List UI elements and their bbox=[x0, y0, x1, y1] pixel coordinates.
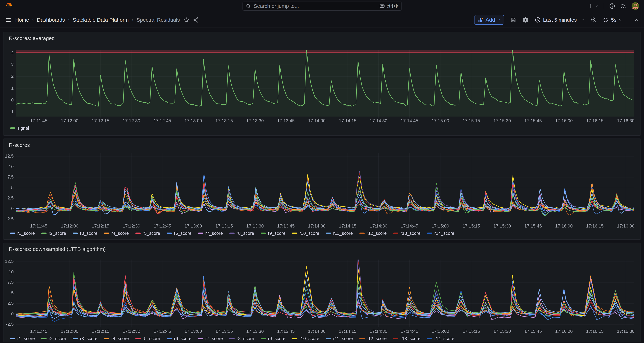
legend-series-marker bbox=[41, 232, 46, 234]
menu-toggle-button[interactable] bbox=[5, 17, 12, 23]
time-range-picker[interactable]: Last 5 minutes bbox=[535, 17, 585, 23]
legend-item-r9_score[interactable]: r9_score bbox=[261, 231, 286, 236]
legend-series-marker bbox=[73, 232, 78, 234]
legend-item-r2_score[interactable]: r2_score bbox=[41, 231, 66, 236]
breadcrumb: Home › Dashboards › Stackable Data Platf… bbox=[15, 17, 180, 23]
legend-item-r8_score[interactable]: r8_score bbox=[229, 336, 254, 341]
legend-series-label: r6_score bbox=[174, 231, 192, 236]
legend-item-r3_score[interactable]: r3_score bbox=[73, 231, 98, 236]
timeseries-chart-downsampled[interactable] bbox=[4, 243, 641, 342]
legend-item-r12_score[interactable]: r12_score bbox=[360, 231, 387, 236]
legend-item-r1_score[interactable]: r1_score bbox=[10, 336, 35, 341]
new-button[interactable] bbox=[588, 3, 598, 9]
legend-item-r11_score[interactable]: r11_score bbox=[326, 336, 353, 341]
legend-series-label: r10_score bbox=[299, 336, 319, 341]
favorite-button[interactable] bbox=[183, 17, 190, 23]
legend-item-r5_score[interactable]: r5_score bbox=[136, 231, 160, 236]
legend-item-signal[interactable]: signal bbox=[10, 126, 29, 131]
add-panel-icon bbox=[478, 17, 484, 23]
chevron-down-icon bbox=[595, 4, 598, 8]
hamburger-icon bbox=[5, 17, 12, 23]
legend-item-r9_score[interactable]: r9_score bbox=[261, 336, 286, 341]
legend-item-r14_score[interactable]: r14_score bbox=[427, 231, 454, 236]
save-dashboard-button[interactable] bbox=[510, 17, 516, 23]
legend-series-marker bbox=[261, 338, 266, 339]
timeseries-chart-averaged[interactable] bbox=[4, 32, 641, 136]
timeseries-chart-rscores[interactable] bbox=[4, 139, 641, 240]
legend-series-label: r11_score bbox=[333, 336, 353, 341]
legend-item-r12_score[interactable]: r12_score bbox=[360, 336, 387, 341]
news-button[interactable] bbox=[620, 3, 626, 9]
share-button[interactable] bbox=[193, 17, 199, 23]
panel-title[interactable]: R-scores: downsampled (LTTB algorithm) bbox=[9, 246, 106, 252]
chevron-down-icon bbox=[497, 18, 500, 22]
collapse-header-button[interactable] bbox=[634, 17, 639, 23]
legend-series-label: r7_score bbox=[205, 231, 223, 236]
top-nav: ctrl+k bbox=[0, 0, 644, 12]
search-icon bbox=[246, 4, 251, 9]
legend-item-r5_score[interactable]: r5_score bbox=[136, 336, 160, 341]
dashboard-canvas: R-scores: averaged signal R-scores r1_sc… bbox=[0, 28, 644, 343]
legend-item-r11_score[interactable]: r11_score bbox=[326, 231, 353, 236]
legend-item-r2_score[interactable]: r2_score bbox=[41, 336, 66, 341]
legend-item-r10_score[interactable]: r10_score bbox=[292, 336, 319, 341]
legend-series-label: r5_score bbox=[143, 231, 160, 236]
add-panel-button[interactable]: Add bbox=[474, 15, 504, 25]
dashboard-header: Home › Dashboards › Stackable Data Platf… bbox=[0, 12, 644, 28]
legend-series-marker bbox=[229, 232, 234, 234]
legend-item-r10_score[interactable]: r10_score bbox=[292, 231, 319, 236]
breadcrumb-dashboards[interactable]: Dashboards bbox=[37, 17, 65, 23]
legend-series-label: r7_score bbox=[205, 336, 223, 341]
legend-item-r8_score[interactable]: r8_score bbox=[229, 231, 254, 236]
legend: r1_scorer2_scorer3_scorer4_scorer5_score… bbox=[10, 336, 454, 341]
legend-item-r4_score[interactable]: r4_score bbox=[104, 231, 129, 236]
legend-series-marker bbox=[73, 338, 78, 339]
legend-item-r7_score[interactable]: r7_score bbox=[198, 336, 223, 341]
zoom-out-time-button[interactable] bbox=[590, 17, 597, 23]
legend-series-label: r14_score bbox=[434, 336, 454, 341]
refresh-picker[interactable]: 5s bbox=[603, 17, 622, 23]
panel-title[interactable]: R-scores bbox=[9, 142, 30, 148]
legend-item-r6_score[interactable]: r6_score bbox=[167, 231, 192, 236]
keyboard-icon bbox=[379, 3, 385, 9]
breadcrumb-separator: › bbox=[68, 17, 70, 23]
zoom-out-icon bbox=[590, 17, 597, 23]
legend-series-label: r9_score bbox=[268, 336, 286, 341]
search-box[interactable]: ctrl+k bbox=[242, 2, 402, 11]
legend-item-r13_score[interactable]: r13_score bbox=[393, 336, 420, 341]
breadcrumb-current-dashboard: Spectral Residuals bbox=[136, 17, 180, 23]
legend-series-label: r3_score bbox=[80, 336, 98, 341]
search-input[interactable] bbox=[254, 3, 379, 9]
panel-title[interactable]: R-scores: averaged bbox=[9, 35, 55, 41]
legend-series-label: r4_score bbox=[111, 336, 129, 341]
legend-item-r4_score[interactable]: r4_score bbox=[104, 336, 129, 341]
breadcrumb-folder[interactable]: Stackable Data Platform bbox=[73, 17, 128, 23]
caret-up-icon bbox=[634, 17, 639, 23]
legend-series-label: r12_score bbox=[367, 231, 387, 236]
user-avatar[interactable] bbox=[632, 2, 639, 10]
save-icon bbox=[510, 17, 516, 23]
legend-series-label: r2_score bbox=[48, 231, 66, 236]
clock-icon bbox=[535, 17, 541, 23]
breadcrumb-home[interactable]: Home bbox=[15, 17, 29, 23]
legend-item-r6_score[interactable]: r6_score bbox=[167, 336, 192, 341]
legend-series-label: r13_score bbox=[400, 336, 420, 341]
dashboard-settings-button[interactable] bbox=[522, 17, 529, 23]
legend-series-label: r3_score bbox=[80, 231, 98, 236]
legend-series-label: signal bbox=[17, 126, 29, 131]
avatar-pixel-art bbox=[632, 2, 639, 10]
plus-icon bbox=[588, 3, 594, 9]
help-button[interactable] bbox=[609, 3, 615, 9]
legend-item-r3_score[interactable]: r3_score bbox=[73, 336, 98, 341]
legend-series-marker bbox=[261, 232, 266, 234]
legend-series-marker bbox=[198, 338, 203, 339]
legend-item-r1_score[interactable]: r1_score bbox=[10, 231, 35, 236]
legend-item-r7_score[interactable]: r7_score bbox=[198, 231, 223, 236]
legend-item-r14_score[interactable]: r14_score bbox=[427, 336, 454, 341]
legend-series-label: r10_score bbox=[299, 231, 319, 236]
top-nav-right bbox=[588, 0, 639, 12]
grafana-logo[interactable] bbox=[5, 2, 14, 11]
legend-item-r13_score[interactable]: r13_score bbox=[393, 231, 420, 236]
legend-series-marker bbox=[10, 232, 15, 234]
legend-series-marker bbox=[136, 232, 141, 234]
